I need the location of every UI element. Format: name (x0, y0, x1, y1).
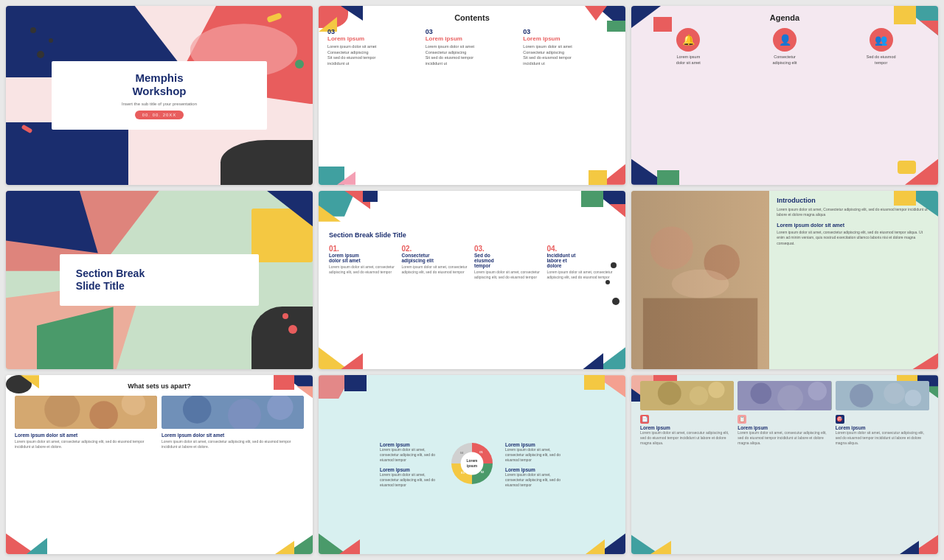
slide-5[interactable]: Section Break Slide Title 01. Lorem ipsu… (319, 191, 625, 370)
agenda-item-2: 👥 Sed do eiusmod tempor (833, 28, 929, 66)
slide-2[interactable]: Contents 03 Lorem ipsum Lorem ipsum dolo… (319, 6, 625, 185)
slide-2-col-0: 03 Lorem ipsum Lorem ipsum dolor sit ame… (327, 28, 421, 67)
slide-3-content: Agenda 🔔 Lorem ipsum dolor sit amet 👤 Co… (631, 6, 938, 185)
legend-3-title: Lorem ipsum (380, 467, 439, 472)
slide-2-col-1: 03 Lorem ipsum Lorem ipsum dolor sit ame… (426, 28, 519, 67)
item-1-text: Lorem ipsum dolor sit amet, consectetur … (162, 439, 304, 449)
agenda-label-0: Lorem ipsum dolor sit amet (640, 55, 737, 66)
item-0-title: Lorem ipsum dolor sit amet (15, 433, 157, 438)
svg-point-23 (708, 382, 724, 398)
svg-text:Lorem: Lorem (467, 459, 479, 463)
slide-9-item-0: 📄 Lorem ipsum Lorem ipsum dolor sit amet… (640, 415, 734, 446)
item-0-text: Lorem ipsum dolor sit amet, consectetur … (15, 439, 157, 449)
col5-0-title: Lorem ipsum dolor sit amet (329, 253, 398, 263)
slide-1-subtitle: Insert the sub title of your presentatio… (66, 102, 251, 106)
slide-3[interactable]: Agenda 🔔 Lorem ipsum dolor sit amet 👤 Co… (631, 6, 938, 185)
icon-line-0: 📄 (640, 415, 734, 424)
slide-4-title: Section Break Slide Title (76, 267, 243, 293)
col5-2-title: Sed do eiusmod tempor (474, 253, 543, 268)
slide-5-col-2: 03. Sed do eiusmod tempor Lorem ipsum do… (474, 245, 543, 280)
slide-9-icon-2: 🎯 (836, 415, 844, 424)
s9-item-2-text: Lorem ipsum dolor sit amet, consecutur a… (836, 430, 929, 446)
agenda-icon-1: 👤 (773, 28, 796, 52)
slide-7-heading: What sets us apart? (15, 382, 304, 390)
slide-8-legend-right: Lorem ipsum Lorem ipsum dolor sit amet, … (505, 442, 564, 488)
slide-4-content: Section Break Slide Title (6, 191, 313, 370)
svg-point-29 (850, 384, 873, 407)
slide-grid: Memphis Workshop Insert the sub title of… (0, 0, 944, 560)
slide-9-img-1 (640, 381, 734, 410)
col-1-title: Lorem ipsum (426, 35, 519, 42)
svg-text:03: 03 (461, 471, 465, 475)
slide-7-img-2 (162, 396, 304, 429)
col5-1-text: Lorem ipsum dolor sit amet, consectetur … (402, 265, 471, 275)
col-1-num: 03 (426, 28, 519, 35)
agenda-label-2: Sed do eiusmod tempor (833, 55, 929, 66)
s9-item-2-title: Lorem ipsum (836, 425, 929, 430)
slide-6[interactable]: Introduction Lorem ipsum dolor sit amet,… (631, 191, 938, 370)
agenda-label-1: Consectetur adipiscing elit (737, 55, 833, 66)
legend-1-text: Lorem ipsum dolor sit amet, consectetur … (505, 447, 564, 463)
slide-2-content: Contents 03 Lorem ipsum Lorem ipsum dolo… (319, 6, 625, 185)
col-2-text: Lorem ipsum dolor sit amet Consectetur a… (523, 44, 617, 67)
slide-9[interactable]: 📄 Lorem ipsum Lorem ipsum dolor sit amet… (631, 375, 938, 554)
slide-5-cols: 01. Lorem ipsum dolor sit amet Lorem ips… (329, 245, 615, 280)
slide-1[interactable]: Memphis Workshop Insert the sub title of… (6, 6, 313, 185)
slide-6-text-area: Introduction Lorem ipsum dolor sit amet,… (769, 191, 938, 370)
icon-line-1: 📋 (738, 415, 831, 424)
slide-8-legend-left: Lorem ipsum Lorem ipsum dolor sit amet, … (380, 442, 439, 488)
slide-7-img-1 (15, 396, 157, 429)
svg-point-2 (704, 244, 740, 280)
slide-9-images (640, 381, 929, 410)
slide-9-img-3 (836, 381, 929, 410)
col-2-title: Lorem ipsum (523, 35, 617, 42)
svg-point-4 (672, 269, 729, 298)
col-1-text: Lorem ipsum dolor sit amet Consectetur a… (426, 44, 519, 67)
slide-6-image (631, 191, 769, 370)
legend-1-title: Lorem ipsum (505, 442, 564, 447)
legend-item-3: Lorem ipsum Lorem ipsum dolor sit amet, … (380, 467, 439, 488)
legend-item-1: Lorem ipsum Lorem ipsum dolor sit amet, … (505, 442, 564, 463)
slide-8-pie: Lorem ipsum 01 02 03 04 (446, 438, 498, 492)
legend-2-text: Lorem ipsum dolor sit amet, consectetur … (505, 472, 564, 488)
agenda-item-0: 🔔 Lorem ipsum dolor sit amet (640, 28, 737, 66)
slide-4[interactable]: Section Break Slide Title (6, 191, 313, 370)
slide-6-sub-text: Lorem ipsum dolor sit amet, consectetur … (777, 230, 931, 247)
slide-5-heading: Section Break Slide Title (329, 231, 615, 239)
col-0-num: 03 (327, 28, 421, 35)
item-1-title: Lorem ipsum dolor sit amet (162, 433, 304, 438)
slide-9-img-2 (738, 381, 831, 410)
slide-7[interactable]: What sets us apart? (6, 375, 313, 554)
icon-line-2: 🎯 (836, 415, 929, 424)
slide-3-icons: 🔔 Lorem ipsum dolor sit amet 👤 Consectet… (640, 28, 929, 66)
legend-0-title: Lorem ipsum (380, 442, 439, 447)
slide-7-item-1: Lorem ipsum dolor sit amet Lorem ipsum d… (162, 433, 304, 449)
col-2-num: 03 (523, 28, 617, 35)
legend-0-text: Lorem ipsum dolor sit amet, consectetur … (380, 447, 439, 463)
slide-9-icon-1: 📋 (738, 415, 746, 424)
col-0-title: Lorem ipsum (327, 35, 421, 42)
slide-3-heading: Agenda (640, 13, 929, 22)
slide-9-item-2: 🎯 Lorem ipsum Lorem ipsum dolor sit amet… (836, 415, 929, 446)
s9-item-1-title: Lorem ipsum (738, 425, 831, 430)
slide-6-photo (631, 191, 769, 370)
slide-7-item-0: Lorem ipsum dolor sit amet Lorem ipsum d… (15, 433, 157, 449)
slide-2-col-2: 03 Lorem ipsum Lorem ipsum dolor sit ame… (523, 28, 617, 67)
legend-3-text: Lorem ipsum dolor sit amet, consectetur … (380, 472, 439, 488)
svg-point-1 (650, 226, 693, 269)
svg-text:01: 01 (479, 450, 483, 454)
slide-7-images (15, 396, 304, 429)
svg-text:02: 02 (481, 469, 485, 473)
svg-point-27 (808, 382, 827, 400)
svg-rect-3 (643, 298, 757, 369)
slide-5-content: Section Break Slide Title 01. Lorem ipsu… (319, 191, 625, 370)
svg-text:ipsum: ipsum (467, 464, 478, 468)
col5-2-text: Lorem ipsum dolor sit amet, consectetur … (474, 270, 543, 280)
slide-5-col-1: 02. Consectetur adipiscing elit Lorem ip… (402, 245, 471, 280)
svg-text:04: 04 (460, 451, 464, 455)
slide-9-item-1: 📋 Lorem ipsum Lorem ipsum dolor sit amet… (738, 415, 831, 446)
slide-8[interactable]: Lorem ipsum Lorem ipsum dolor sit amet, … (319, 375, 625, 554)
s9-item-0-text: Lorem ipsum dolor sit amet, consecutur a… (640, 430, 734, 446)
slide-6-heading: Introduction (777, 197, 931, 204)
slide-1-date: 00. 00. 20XX (135, 111, 184, 119)
